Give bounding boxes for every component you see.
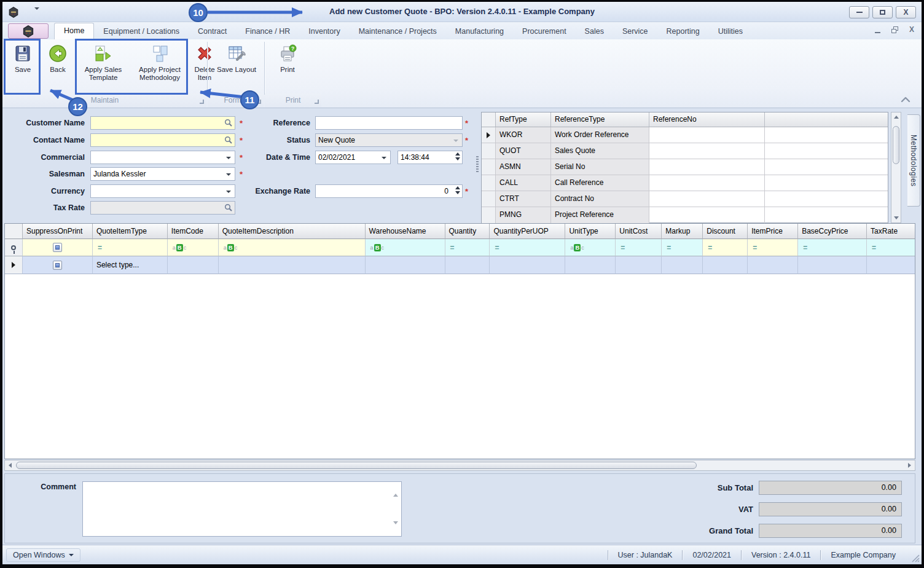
filter-discount[interactable]: = [703,239,748,256]
filter-baseccyprice[interactable]: = [798,239,867,256]
scroll-up-icon[interactable] [393,485,398,494]
spin-up-icon[interactable] [455,152,460,156]
cell-warehousename[interactable] [366,256,445,274]
resize-grip[interactable] [912,554,920,562]
chevron-down-icon[interactable] [226,157,231,159]
cell-unitcost[interactable] [616,256,662,274]
tab-service[interactable]: Service [613,24,657,39]
checkbox-icon[interactable] [53,243,62,252]
filter-quantityperuop[interactable]: = [490,239,565,256]
search-icon[interactable] [224,136,233,148]
application-menu-button[interactable] [8,23,49,39]
col-warehousename[interactable]: WarehouseName [366,224,445,239]
filter-markup[interactable]: = [662,239,703,256]
col-quantity[interactable]: Quantity [445,224,490,239]
referenceno-cell[interactable] [649,191,765,207]
tab-reporting[interactable]: Reporting [657,24,709,39]
exchange-rate-field[interactable]: 0 [315,184,463,198]
filter-quantity[interactable]: = [445,239,490,256]
reference-row[interactable]: WKOR Work Order Reference [482,127,888,143]
col-referenceno[interactable]: ReferenceNo [649,112,765,127]
col-taxrate[interactable]: TaxRate [867,224,915,239]
maximize-button[interactable] [872,6,893,18]
chevron-down-icon[interactable] [382,157,386,159]
tab-procurement[interactable]: Procurement [513,24,576,39]
col-quoteitemdescription[interactable]: QuoteItemDescription [219,224,366,239]
referencetype-cell[interactable]: Call Reference [551,175,649,191]
cell-quantityperuop[interactable] [490,256,565,274]
cell-markup[interactable] [662,256,703,274]
reference-row[interactable]: CTRT Contract No [482,191,888,207]
referenceno-cell[interactable] [649,127,765,143]
spin-down-icon[interactable] [455,157,460,160]
reftype-cell[interactable]: PMNG [496,207,551,223]
currency-dropdown[interactable] [90,184,235,198]
col-suppressonprint[interactable]: SuppressOnPrint [23,224,93,239]
tab-contract[interactable]: Contract [189,24,236,39]
reference-row[interactable]: CALL Call Reference [482,175,888,191]
collapse-ribbon-icon[interactable] [901,96,910,105]
scroll-down-icon[interactable] [393,524,398,533]
referenceno-cell[interactable] [649,175,765,191]
scrollbar-thumb[interactable] [893,126,899,164]
tab-inventory[interactable]: Inventory [299,24,349,39]
splitter-handle[interactable] [476,156,479,172]
filter-taxrate[interactable]: = [867,239,915,256]
col-referencetype[interactable]: ReferenceType [551,112,649,127]
reference-row[interactable]: QUOT Sales Quote [482,143,888,159]
time-spinner[interactable] [455,152,460,160]
cell-discount[interactable] [703,256,748,274]
col-itemcode[interactable]: ItemCode [168,224,219,239]
reference-row[interactable]: ASMN Serial No [482,159,888,175]
filter-suppressonprint[interactable] [23,239,93,256]
tax-rate-field[interactable] [90,201,235,215]
filter-quoteitemtype[interactable]: = [93,239,168,256]
mdi-minimize-icon[interactable] [875,32,880,33]
filter-warehousename[interactable]: aBc [366,239,445,256]
filter-itemcode[interactable]: aBc [168,239,219,256]
cell-baseccyprice[interactable] [798,256,867,274]
tab-utilities[interactable]: Utilities [709,24,752,39]
status-dropdown[interactable]: New Quote [315,133,463,147]
scroll-up-icon[interactable] [891,112,901,122]
group-expand-icon[interactable] [315,100,319,104]
ribbon-group-print[interactable]: Print [265,93,321,107]
filter-unittype[interactable]: aBc [565,239,616,256]
grid-horizontal-scrollbar[interactable] [4,460,915,471]
col-markup[interactable]: Markup [662,224,703,239]
date-field[interactable]: 02/02/2021 [315,151,391,164]
reftype-cell[interactable]: WKOR [496,127,551,143]
referenceno-cell[interactable] [649,159,765,175]
search-icon[interactable] [224,119,233,131]
cell-unittype[interactable] [565,256,616,274]
mdi-restore-icon[interactable] [891,26,898,33]
col-baseccyprice[interactable]: BaseCcyPrice [798,224,867,239]
cell-itemcode[interactable] [168,256,219,274]
cell-suppressonprint[interactable] [23,256,93,274]
scrollbar-thumb[interactable] [16,462,697,469]
ribbon-group-maintain[interactable]: Maintain [3,93,206,107]
filter-quoteitemdescription[interactable]: aBc [219,239,366,256]
open-windows-button[interactable]: Open Windows [6,548,80,562]
tab-sales[interactable]: Sales [576,24,613,39]
tab-methodologies[interactable]: Methodologies [907,114,920,207]
referencetype-cell[interactable]: Work Order Reference [551,127,649,143]
scroll-right-icon[interactable] [904,460,915,470]
chevron-down-icon[interactable] [226,173,231,176]
tab-finance-hr[interactable]: Finance / HR [236,24,299,39]
group-expand-icon[interactable] [200,100,204,104]
reftype-cell[interactable]: CTRT [496,191,551,207]
tab-home[interactable]: Home [54,23,94,39]
col-discount[interactable]: Discount [703,224,748,239]
checkbox-icon[interactable] [53,261,62,270]
cell-quantity[interactable] [445,256,490,274]
customer-name-field[interactable] [90,116,235,130]
chevron-down-icon[interactable] [226,191,231,193]
close-button[interactable]: X [896,6,916,18]
referencetype-cell[interactable]: Sales Quote [551,143,649,159]
spin-up-icon[interactable] [455,186,460,189]
tab-equipment-locations[interactable]: Equipment / Locations [94,24,189,39]
minimize-button[interactable] [849,6,869,18]
col-reftype[interactable]: RefType [496,112,551,127]
scroll-left-icon[interactable] [5,460,15,470]
